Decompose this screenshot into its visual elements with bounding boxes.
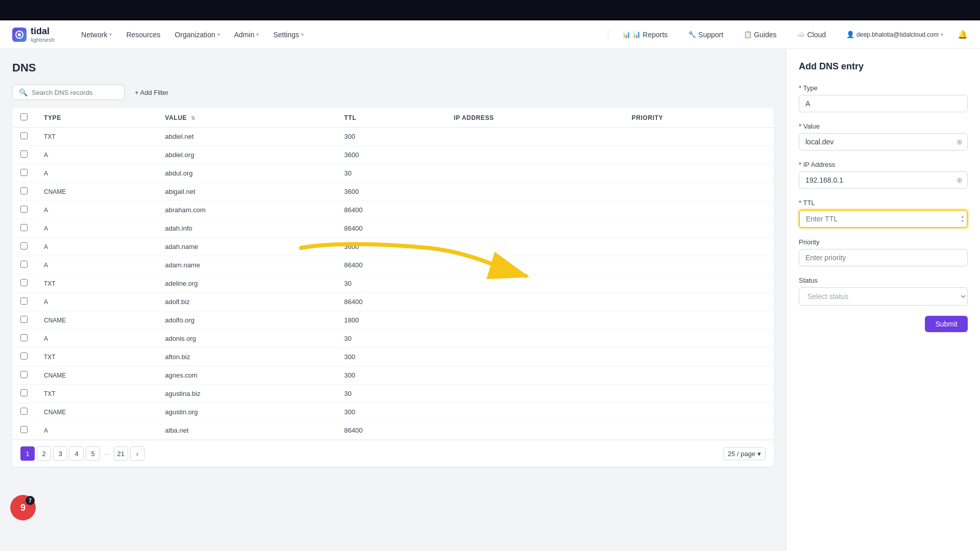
cell-type: A xyxy=(36,146,157,164)
row-checkbox[interactable] xyxy=(20,206,28,213)
cell-ip xyxy=(446,330,624,348)
toolbar: 🔍 + Add Filter xyxy=(12,85,774,100)
cell-priority xyxy=(624,256,774,274)
nav-guides[interactable]: 📋 Guides xyxy=(738,28,782,42)
nav-user[interactable]: 👤 deep.bhalotia@tidalcloud.com ▾ xyxy=(840,28,949,41)
cell-type: CNAME xyxy=(36,183,157,201)
cell-ttl: 86400 xyxy=(336,201,446,219)
top-bar xyxy=(0,0,980,20)
bell-button[interactable]: 🔔 xyxy=(958,30,968,39)
value-input[interactable] xyxy=(799,133,968,151)
table-row: A adam.name 86400 xyxy=(12,256,774,274)
col-value[interactable]: Value ⇅ xyxy=(157,108,336,128)
spin-down-button[interactable]: ▼ xyxy=(961,219,965,223)
row-checkbox[interactable] xyxy=(20,242,28,249)
clear-icon[interactable]: ⊕ xyxy=(957,138,963,146)
nav-organization[interactable]: Organization ▾ xyxy=(168,28,226,42)
cell-value: abigail.net xyxy=(157,183,336,201)
type-input[interactable] xyxy=(799,95,968,112)
ttl-field-group: * TTL ▲ ▼ xyxy=(799,199,968,228)
page-4-button[interactable]: 4 xyxy=(69,446,84,461)
cell-ttl: 86400 xyxy=(336,219,446,238)
row-checkbox[interactable] xyxy=(20,408,28,415)
nav-cloud[interactable]: ☁️ Cloud xyxy=(791,28,832,42)
row-checkbox[interactable] xyxy=(20,371,28,378)
row-checkbox[interactable] xyxy=(20,334,28,341)
cell-ip xyxy=(446,183,624,201)
row-checkbox[interactable] xyxy=(20,297,28,305)
per-page-select[interactable]: 25 / page ▾ xyxy=(723,447,766,460)
cell-ttl: 300 xyxy=(336,403,446,421)
row-checkbox[interactable] xyxy=(20,353,28,360)
cloud-icon: ☁️ xyxy=(797,31,805,38)
row-checkbox[interactable] xyxy=(20,316,28,323)
page-1-button[interactable]: 1 xyxy=(20,446,35,461)
spin-buttons: ▲ ▼ xyxy=(961,215,965,223)
table-body: TXT abdiel.net 300 A abdiel.org 3600 A a… xyxy=(12,128,774,440)
chevron-down-icon: ▾ xyxy=(256,32,259,37)
cell-priority xyxy=(624,183,774,201)
cell-type: A xyxy=(36,330,157,348)
ip-address-input[interactable] xyxy=(799,171,968,189)
cell-type: A xyxy=(36,201,157,219)
status-select[interactable]: Select status xyxy=(799,287,968,306)
row-checkbox[interactable] xyxy=(20,169,28,176)
nav-reports[interactable]: 📊 Reports xyxy=(617,28,674,42)
nav-settings[interactable]: Settings ▾ xyxy=(267,28,310,42)
floating-badge[interactable]: 9 7 xyxy=(10,495,36,520)
row-checkbox[interactable] xyxy=(20,279,28,286)
cell-ip xyxy=(446,421,624,440)
navbar: tidal lightmesh Network ▾ Resources Orga… xyxy=(0,20,980,49)
row-checkbox[interactable] xyxy=(20,389,28,396)
badge-count: 7 xyxy=(26,496,35,505)
row-checkbox[interactable] xyxy=(20,187,28,194)
add-filter-button[interactable]: + Add Filter xyxy=(131,86,173,99)
guides-icon: 📋 xyxy=(744,31,752,38)
nav-admin[interactable]: Admin ▾ xyxy=(228,28,265,42)
table-row: CNAME agnes.com 300 xyxy=(12,366,774,385)
select-all-checkbox[interactable] xyxy=(20,113,28,120)
page-21-button[interactable]: 21 xyxy=(114,446,128,461)
row-checkbox[interactable] xyxy=(20,151,28,158)
nav-network[interactable]: Network ▾ xyxy=(75,28,118,42)
nav-right: 📊 Reports 🔧 Support 📋 Guides ☁️ Cloud 👤 … xyxy=(608,28,968,42)
page-next-button[interactable]: › xyxy=(130,446,144,461)
cell-priority xyxy=(624,201,774,219)
cell-type: A xyxy=(36,256,157,274)
clear-icon[interactable]: ⊕ xyxy=(957,176,963,184)
cell-ip xyxy=(446,256,624,274)
nav-support[interactable]: 🔧 Support xyxy=(682,28,729,42)
value-label: * Value xyxy=(799,122,968,130)
sort-icon: ⇅ xyxy=(191,115,195,121)
row-checkbox[interactable] xyxy=(20,224,28,231)
priority-input[interactable] xyxy=(799,249,968,266)
cell-ttl: 1800 xyxy=(336,311,446,330)
col-type: TYPE xyxy=(36,108,157,128)
search-input[interactable] xyxy=(32,89,118,96)
table-header-row: TYPE Value ⇅ TTL IP Address xyxy=(12,108,774,128)
chevron-down-icon: ▾ xyxy=(301,32,304,37)
submit-button[interactable]: Submit xyxy=(925,316,968,332)
logo[interactable]: tidal lightmesh xyxy=(12,26,55,43)
value-field-wrapper: ⊕ xyxy=(799,133,968,151)
ttl-input[interactable] xyxy=(799,210,968,228)
page-5-button[interactable]: 5 xyxy=(86,446,100,461)
page-3-button[interactable]: 3 xyxy=(53,446,67,461)
chevron-down-icon: ▾ xyxy=(217,32,220,37)
cell-priority xyxy=(624,403,774,421)
table-row: A alba.net 86400 xyxy=(12,421,774,440)
cell-value: abdul.org xyxy=(157,164,336,183)
row-checkbox[interactable] xyxy=(20,426,28,433)
separator xyxy=(608,30,608,40)
spin-up-button[interactable]: ▲ xyxy=(961,215,965,219)
row-checkbox[interactable] xyxy=(20,132,28,139)
logo-sub: lightmesh xyxy=(31,37,55,43)
cell-ip xyxy=(446,385,624,403)
table-row: TXT agustina.biz 30 xyxy=(12,385,774,403)
cell-ip xyxy=(446,366,624,385)
left-panel: DNS 🔍 + Add Filter TYPE xyxy=(0,49,786,551)
row-checkbox[interactable] xyxy=(20,261,28,268)
page-2-button[interactable]: 2 xyxy=(37,446,51,461)
nav-resources[interactable]: Resources xyxy=(120,28,166,42)
cell-ip xyxy=(446,164,624,183)
